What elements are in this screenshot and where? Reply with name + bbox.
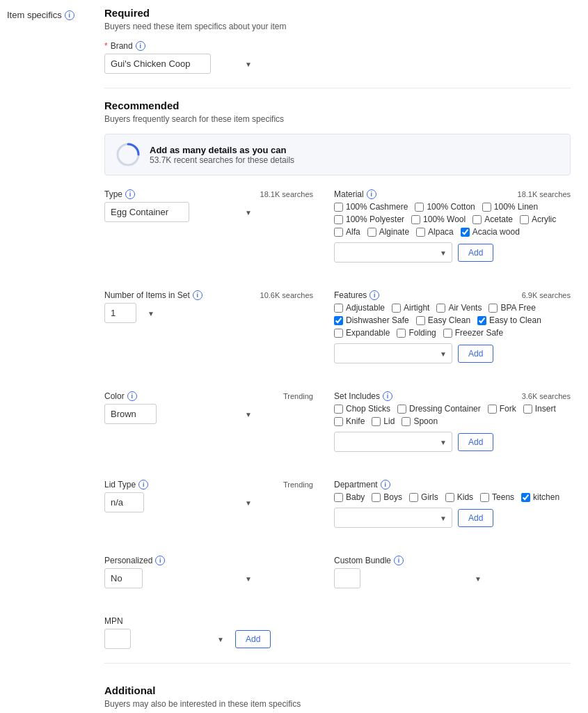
department-add-button[interactable]: Add: [458, 509, 493, 527]
feature-checkbox-adjustable[interactable]: Adjustable: [334, 303, 385, 313]
set-includes-add-button[interactable]: Add: [458, 433, 493, 451]
material-checkbox-acacia[interactable]: Acacia wood: [461, 227, 520, 237]
material-checkbox-cashmere[interactable]: 100% Cashmere: [334, 202, 408, 212]
feature-checkbox-expandable[interactable]: Expandable: [334, 328, 390, 338]
set-checkbox-insert[interactable]: Insert: [523, 404, 556, 414]
material-checkbox-alginate[interactable]: Alginate: [367, 227, 409, 237]
material-cb-polyester[interactable]: [334, 215, 343, 224]
lid-type-info-icon[interactable]: i: [138, 480, 148, 489]
material-cb-acetate[interactable]: [472, 215, 482, 224]
type-select[interactable]: Egg Container: [104, 202, 189, 222]
brand-select-wrapper[interactable]: Gui's Chicken Coop ▼: [104, 54, 257, 74]
brand-select[interactable]: Gui's Chicken Coop: [104, 54, 211, 74]
material-checkbox-alpaca[interactable]: Alpaca: [416, 227, 454, 237]
type-select-wrapper[interactable]: Egg Container ▼: [104, 202, 257, 222]
set-checkbox-chopsticks[interactable]: Chop Sticks: [334, 404, 390, 414]
material-cb-alginate[interactable]: [367, 228, 376, 237]
dept-checkbox-kitchen[interactable]: kitchen: [521, 492, 559, 502]
material-cb-linen[interactable]: [482, 203, 491, 212]
feature-cb-dishwashersafe[interactable]: [334, 316, 343, 325]
features-add-select[interactable]: [334, 343, 452, 363]
lid-type-select[interactable]: n/a: [104, 492, 144, 512]
feature-checkbox-airtight[interactable]: Airtight: [392, 303, 429, 313]
feature-cb-adjustable[interactable]: [334, 304, 343, 313]
material-checkbox-polyester[interactable]: 100% Polyester: [334, 214, 404, 224]
set-includes-info-icon[interactable]: i: [383, 391, 392, 401]
dept-cb-boys[interactable]: [372, 493, 381, 502]
department-add-select[interactable]: [334, 508, 452, 528]
set-checkbox-knife[interactable]: Knife: [334, 416, 365, 426]
feature-checkbox-bpafree[interactable]: BPA Free: [488, 303, 535, 313]
set-cb-chopsticks[interactable]: [334, 405, 343, 414]
material-checkbox-cotton[interactable]: 100% Cotton: [415, 202, 475, 212]
feature-cb-folding[interactable]: [397, 329, 406, 338]
set-cb-fork[interactable]: [488, 405, 497, 414]
material-cb-wool[interactable]: [411, 215, 420, 224]
feature-cb-airvents[interactable]: [436, 304, 445, 313]
dept-checkbox-boys[interactable]: Boys: [372, 492, 402, 502]
dept-cb-baby[interactable]: [334, 493, 343, 502]
department-add-select-wrapper[interactable]: ▼: [334, 508, 452, 528]
set-cb-spoon[interactable]: [402, 417, 411, 426]
feature-checkbox-freezersafe[interactable]: Freezer Safe: [443, 328, 503, 338]
material-cb-acacia[interactable]: [461, 228, 470, 237]
set-cb-lid[interactable]: [372, 417, 381, 426]
dept-checkbox-girls[interactable]: Girls: [409, 492, 438, 502]
material-checkbox-wool[interactable]: 100% Wool: [411, 214, 466, 224]
number-items-select[interactable]: 1: [104, 303, 136, 323]
material-checkbox-acrylic[interactable]: Acrylic: [520, 214, 556, 224]
set-includes-add-select[interactable]: [334, 432, 452, 452]
custom-bundle-select[interactable]: [334, 568, 360, 588]
set-cb-knife[interactable]: [334, 417, 343, 426]
material-add-select[interactable]: [334, 242, 452, 263]
feature-cb-freezersafe[interactable]: [443, 329, 452, 338]
personalized-select-wrapper[interactable]: No ▼: [104, 568, 257, 588]
material-cb-cotton[interactable]: [415, 203, 424, 212]
dept-cb-teens[interactable]: [480, 493, 489, 502]
material-checkbox-acetate[interactable]: Acetate: [472, 214, 513, 224]
number-items-select-wrapper[interactable]: 1 ▼: [104, 303, 160, 323]
feature-checkbox-folding[interactable]: Folding: [397, 328, 436, 338]
material-add-select-wrapper[interactable]: ▼: [334, 242, 452, 263]
features-info-icon[interactable]: i: [370, 290, 379, 300]
set-checkbox-spoon[interactable]: Spoon: [402, 416, 438, 426]
dept-cb-kitchen[interactable]: [521, 493, 530, 502]
set-checkbox-fork[interactable]: Fork: [488, 404, 516, 414]
feature-cb-easyclean[interactable]: [416, 316, 425, 325]
mpn-select-wrapper[interactable]: ▼: [104, 629, 230, 649]
feature-cb-expandable[interactable]: [334, 329, 343, 338]
material-cb-acrylic[interactable]: [520, 215, 529, 224]
department-info-icon[interactable]: i: [381, 480, 390, 489]
feature-checkbox-dishwashersafe[interactable]: Dishwasher Safe: [334, 315, 409, 325]
sidebar-info-icon[interactable]: i: [65, 10, 74, 20]
feature-checkbox-easytoclean[interactable]: Easy to Clean: [477, 315, 541, 325]
feature-checkbox-airvents[interactable]: Air Vents: [436, 303, 482, 313]
set-checkbox-dressing[interactable]: Dressing Container: [397, 404, 481, 414]
material-cb-alfa[interactable]: [334, 228, 343, 237]
mpn-select[interactable]: [104, 629, 131, 649]
material-checkbox-linen[interactable]: 100% Linen: [482, 202, 538, 212]
lid-type-select-wrapper[interactable]: n/a ▼: [104, 492, 257, 512]
feature-checkbox-easyclean[interactable]: Easy Clean: [416, 315, 470, 325]
type-info-icon[interactable]: i: [125, 189, 135, 199]
dept-checkbox-kids[interactable]: Kids: [445, 492, 473, 502]
features-add-select-wrapper[interactable]: ▼: [334, 343, 452, 363]
set-cb-dressing[interactable]: [397, 405, 406, 414]
material-checkbox-alfa[interactable]: Alfa: [334, 227, 360, 237]
mpn-add-button[interactable]: Add: [235, 630, 271, 648]
color-select-wrapper[interactable]: Brown ▼: [104, 404, 257, 424]
set-checkbox-lid[interactable]: Lid: [372, 416, 395, 426]
feature-cb-airtight[interactable]: [392, 304, 401, 313]
features-add-button[interactable]: Add: [458, 345, 493, 363]
feature-cb-bpafree[interactable]: [488, 304, 498, 313]
material-cb-cashmere[interactable]: [334, 203, 343, 212]
brand-info-icon[interactable]: i: [136, 41, 145, 51]
number-items-info-icon[interactable]: i: [193, 290, 202, 300]
set-includes-add-select-wrapper[interactable]: ▼: [334, 432, 452, 452]
dept-checkbox-teens[interactable]: Teens: [480, 492, 514, 502]
material-add-button[interactable]: Add: [458, 244, 493, 262]
dept-checkbox-baby[interactable]: Baby: [334, 492, 365, 502]
color-info-icon[interactable]: i: [127, 391, 137, 401]
personalized-select[interactable]: No: [104, 568, 143, 588]
dept-cb-girls[interactable]: [409, 493, 418, 502]
